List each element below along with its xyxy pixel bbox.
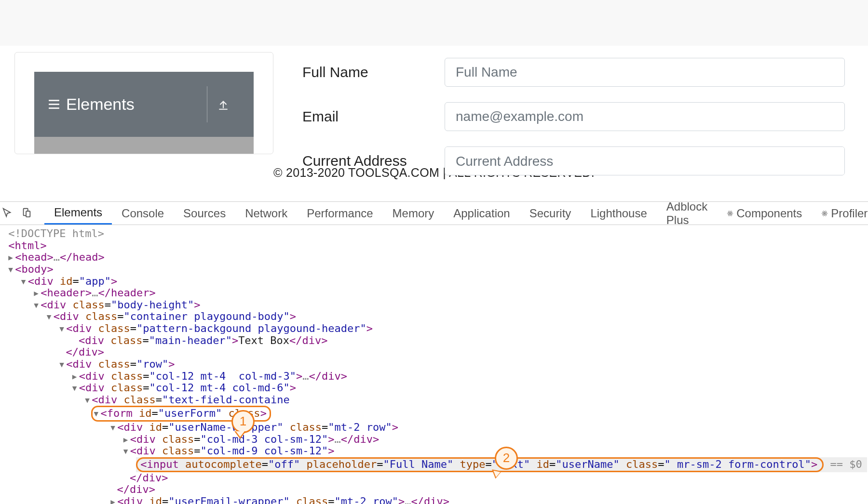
sidebar-sub [34,137,254,154]
dom-node-form[interactable]: ▼<form id="userForm" class> [2,406,866,422]
form-area: Full Name Email Current Address [273,0,854,175]
tab-console[interactable]: Console [112,202,174,225]
dom-node[interactable]: ▶<div id="userEmail-wrapper" class="mt-2… [2,496,866,504]
dom-node[interactable]: <!DOCTYPE html> [2,228,866,240]
tab-network[interactable]: Network [235,202,297,225]
dom-node[interactable]: </div> [2,472,866,484]
fullname-input[interactable] [445,58,845,87]
address-label: Current Address [302,153,445,169]
tab-memory[interactable]: Memory [383,202,444,225]
tab-performance[interactable]: Performance [297,202,382,225]
dom-node[interactable]: ▼<body> [2,264,866,276]
dom-node[interactable]: ▶<header>…</header> [2,287,866,299]
tab-elements[interactable]: Elements [44,202,112,225]
callout-1-tail [234,431,246,439]
email-input[interactable] [445,102,845,131]
tab-sources[interactable]: Sources [174,202,235,225]
dom-node[interactable]: ▶<div class="col-12 mt-4 col-md-3">…</di… [2,371,866,383]
sidebar-title: Elements [66,95,135,114]
dom-node[interactable]: ▼<div class="container playgound-body"> [2,311,866,323]
dom-node[interactable]: ▶<div class="col-md-3 col-sm-12">…</div> [2,434,866,446]
dom-node[interactable]: ▼<div class="row"> [2,358,866,371]
tab-profiler[interactable]: Profiler [812,202,868,225]
tab-application[interactable]: Application [444,202,519,225]
inspect-icon[interactable] [2,207,13,220]
sidebar-card: Elements [14,52,273,154]
react-icon [727,210,733,217]
dom-node[interactable]: <div class="main-header">Text Box</div> [2,335,866,347]
dom-node[interactable]: <html> [2,240,866,252]
dom-node[interactable]: ▼<div class="text-field-containe [2,394,866,406]
dom-node[interactable]: ▼<div id="userName-wrapper" class="mt-2 … [2,422,866,434]
devtools-tabs: Elements Console Sources Network Perform… [0,202,868,225]
device-icon[interactable] [21,207,32,220]
dom-node[interactable]: ▶<head>…</head> [2,252,866,264]
dom-node[interactable]: ▼<div class="body-height"> [2,299,866,311]
fullname-label: Full Name [302,64,445,80]
svg-point-2 [730,212,731,213]
dom-tree[interactable]: <!DOCTYPE html> <html> ▶<head>…</head> ▼… [0,225,868,504]
dom-node-input[interactable]: <input autocomplete="off" placeholder="F… [2,457,866,472]
react-icon [821,210,828,217]
tab-adblock[interactable]: Adblock Plus [657,202,717,225]
dom-node[interactable]: ▼<div id="app"> [2,276,866,288]
upload-icon[interactable] [207,98,239,111]
callout-2: 2 [495,447,518,470]
address-input[interactable] [445,146,845,175]
dom-node[interactable]: ▼<div class="pattern-backgound playgound… [2,323,866,335]
page-top: Elements Full Name Email Current Address [0,0,868,158]
tab-lighthouse[interactable]: Lighthouse [581,202,656,225]
hamburger-icon [49,100,59,109]
svg-point-6 [824,212,825,213]
sidebar-header[interactable]: Elements [34,72,254,137]
dom-node[interactable]: ▼<div class="col-md-9 col-sm-12"> [2,445,866,457]
svg-rect-1 [26,211,30,217]
tab-security[interactable]: Security [520,202,581,225]
dom-node[interactable]: </div> [2,346,866,358]
devtools-panel: Elements Console Sources Network Perform… [0,201,868,504]
email-label: Email [302,108,445,125]
tab-components[interactable]: Components [717,202,812,225]
callout-1: 1 [231,410,255,433]
dom-node[interactable]: ▼<div class="col-12 mt-4 col-md-6"> [2,382,866,394]
dom-node[interactable]: </div> [2,484,866,496]
